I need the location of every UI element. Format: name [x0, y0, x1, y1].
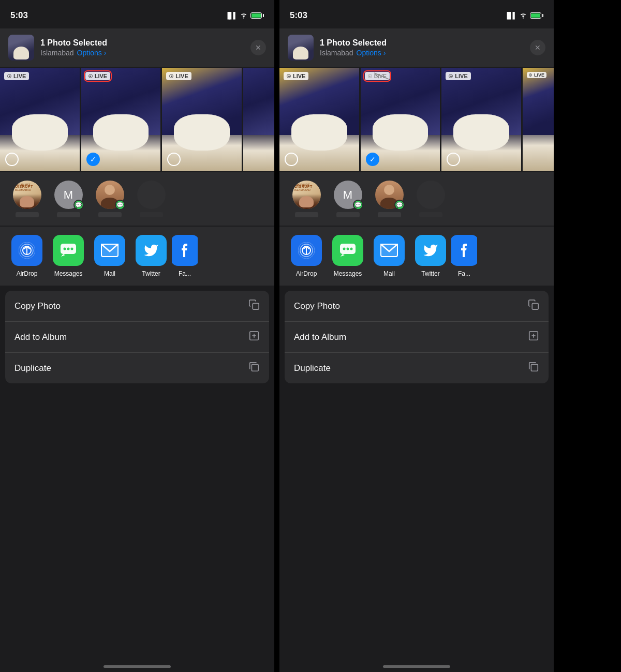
- contact-item-1-left[interactable]: DISRUPT ISLAMABAD: [6, 181, 48, 217]
- select-circle-1-right[interactable]: [285, 153, 298, 166]
- mail-label-right: Mail: [383, 270, 395, 277]
- app-item-facebook-right[interactable]: Fa...: [451, 235, 477, 277]
- photo-item-3-left[interactable]: LIVE: [162, 68, 242, 171]
- app-item-facebook-left[interactable]: Fa...: [172, 235, 198, 277]
- photo-thumbnail-left: [8, 35, 34, 61]
- svg-point-0: [243, 18, 244, 19]
- svg-rect-11: [253, 303, 259, 309]
- copy-photo-row-left[interactable]: Copy Photo: [5, 291, 269, 322]
- copy-icon-left: [248, 299, 260, 313]
- svg-line-17: [374, 73, 389, 79]
- svg-point-24: [347, 248, 349, 250]
- message-badge-2-left: 💬: [73, 200, 84, 210]
- contact-item-3-left[interactable]: 💬: [89, 181, 130, 217]
- contact-item-2-left[interactable]: M 💬: [48, 181, 89, 217]
- contact-item-4-right: [410, 181, 451, 217]
- left-phone-panel: 5:03 ▐▌▌ 1 Photo Selected Islamabad Opt: [0, 0, 274, 672]
- contact-item-1-right[interactable]: DISRUPT ISLAMABAD: [286, 181, 327, 217]
- contact-avatar-3-left: 💬: [96, 181, 124, 209]
- select-circle-2-left[interactable]: ✓: [86, 153, 100, 166]
- contact-avatar-1-left: DISRUPT ISLAMABAD: [13, 181, 41, 209]
- apps-row-right: AirDrop Messages: [279, 227, 554, 286]
- duplicate-row-left[interactable]: Duplicate: [5, 353, 269, 383]
- add-to-album-row-right[interactable]: Add to Album: [285, 322, 549, 353]
- disrupt-avatar: DISRUPT ISLAMABAD: [13, 181, 41, 209]
- live-badge-3-right[interactable]: LIVE: [446, 72, 470, 80]
- add-to-album-label-right: Add to Album: [294, 332, 346, 342]
- app-item-mail-right[interactable]: Mail: [368, 235, 410, 277]
- photo-item-3-right[interactable]: LIVE: [441, 68, 521, 171]
- photo-item-2-right[interactable]: LIVE ✓: [361, 68, 440, 171]
- contact-avatar-3-right: 💬: [375, 181, 404, 209]
- live-badge-1-left[interactable]: LIVE: [4, 72, 29, 80]
- app-item-twitter-left[interactable]: Twitter: [130, 235, 172, 277]
- twitter-label-right: Twitter: [421, 270, 439, 277]
- photo-thumbnail-right: [288, 35, 314, 61]
- status-time-left: 5:03: [10, 10, 28, 21]
- message-badge-3-left: 💬: [115, 200, 125, 210]
- right-phone-panel: 5:03 ▐▌▌ 1 Photo Selected Islamabad Opt: [279, 0, 554, 672]
- app-item-messages-right[interactable]: Messages: [327, 235, 368, 277]
- live-badge-2-left[interactable]: LIVE: [85, 72, 110, 80]
- svg-rect-15: [252, 364, 258, 371]
- add-to-album-label-left: Add to Album: [14, 332, 67, 342]
- app-item-messages-left[interactable]: Messages: [48, 235, 89, 277]
- close-button-left[interactable]: ✕: [250, 40, 266, 55]
- messages-label-right: Messages: [334, 270, 362, 277]
- photos-strip-left: LIVE LIVE ✓ LIVE: [0, 68, 274, 171]
- apps-row-left: AirDrop Messages: [0, 227, 274, 286]
- duplicate-row-right[interactable]: Duplicate: [285, 353, 549, 383]
- select-circle-1-left[interactable]: [5, 153, 19, 166]
- select-circle-2-right[interactable]: ✓: [366, 153, 379, 166]
- location-row-left: Islamabad Options ›: [40, 49, 244, 57]
- battery-icon-right: [530, 12, 543, 19]
- contact-item-3-right[interactable]: 💬: [368, 181, 410, 217]
- app-item-airdrop-right[interactable]: AirDrop: [286, 235, 327, 277]
- signal-icon: ▐▌▌: [225, 12, 237, 19]
- duplicate-label-left: Duplicate: [14, 363, 51, 374]
- app-item-airdrop-left[interactable]: AirDrop: [6, 235, 48, 277]
- copy-photo-label-right: Copy Photo: [294, 301, 340, 311]
- contact-name-3-left: [98, 212, 122, 217]
- options-link-right[interactable]: Options ›: [357, 49, 386, 57]
- messages-icon-right: [332, 235, 363, 266]
- location-text-right: Islamabad: [320, 49, 353, 57]
- airdrop-label-left: AirDrop: [17, 270, 38, 277]
- photo-item-4-left[interactable]: [243, 68, 274, 171]
- messages-icon-left: [53, 235, 84, 266]
- header-info-left: 1 Photo Selected Islamabad Options ›: [40, 38, 244, 57]
- photo-item-1-right[interactable]: LIVE: [279, 68, 359, 171]
- status-bar-left: 5:03 ▐▌▌: [0, 0, 274, 26]
- location-row-right: Islamabad Options ›: [320, 49, 524, 57]
- action-list-right: Copy Photo Add to Album Duplicate: [285, 291, 549, 383]
- contact-item-4-left: [130, 181, 172, 217]
- duplicate-icon-left: [248, 361, 260, 375]
- status-icons-right: ▐▌▌: [505, 12, 543, 19]
- live-badge-4-right[interactable]: LIVE: [527, 72, 546, 78]
- contact-item-2-right[interactable]: M 💬: [327, 181, 368, 217]
- live-badge-2-right[interactable]: LIVE: [365, 72, 390, 80]
- wifi-icon: [240, 12, 248, 19]
- location-text-left: Islamabad: [40, 49, 74, 57]
- svg-rect-32: [531, 364, 538, 371]
- options-link-left[interactable]: Options ›: [77, 49, 107, 57]
- app-item-twitter-right[interactable]: Twitter: [410, 235, 451, 277]
- live-badge-1-right[interactable]: LIVE: [284, 72, 308, 80]
- copy-photo-row-right[interactable]: Copy Photo: [285, 291, 549, 322]
- share-header-left: 1 Photo Selected Islamabad Options › ✕: [0, 28, 274, 67]
- add-to-album-row-left[interactable]: Add to Album: [5, 322, 269, 353]
- live-badge-3-left[interactable]: LIVE: [166, 72, 191, 80]
- message-badge-2-right: 💬: [353, 200, 363, 210]
- photo-item-4-right[interactable]: LIVE: [523, 68, 554, 171]
- header-info-right: 1 Photo Selected Islamabad Options ›: [320, 38, 524, 57]
- photo-item-1-left[interactable]: LIVE: [0, 68, 80, 171]
- contact-name-2-left: [57, 212, 80, 217]
- contacts-row-left: DISRUPT ISLAMABAD M 💬 💬: [0, 172, 274, 226]
- mail-icon-left: [94, 235, 125, 266]
- airdrop-icon-left: [11, 235, 42, 266]
- app-item-mail-left[interactable]: Mail: [89, 235, 130, 277]
- action-list-left: Copy Photo Add to Album Duplicate: [5, 291, 269, 383]
- contact-name-2-right: [336, 212, 360, 217]
- photo-item-2-left[interactable]: LIVE ✓: [81, 68, 161, 171]
- close-button-right[interactable]: ✕: [530, 40, 545, 55]
